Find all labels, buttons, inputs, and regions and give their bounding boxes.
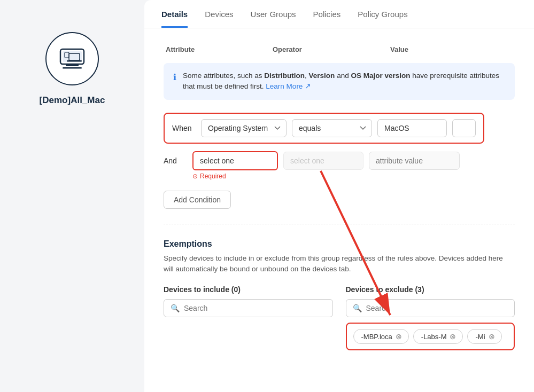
- info-box: ℹ Some attributes, such as Distribution,…: [164, 63, 515, 100]
- col-attribute: Attribute: [166, 45, 273, 53]
- devices-exclude-search-wrap: 🔍: [346, 299, 515, 317]
- learn-more-link[interactable]: Learn More ↗: [266, 82, 311, 90]
- tab-bar: Details Devices User Groups Policies Pol…: [144, 0, 534, 28]
- required-icon: ⊙: [192, 173, 198, 180]
- device-tag-1: -Labs-M ⊗: [413, 329, 463, 344]
- devices-include-search-wrap: 🔍: [164, 299, 333, 317]
- operator-select[interactable]: equals: [292, 119, 372, 137]
- devices-include-search[interactable]: [184, 304, 326, 312]
- when-label: When: [172, 124, 196, 132]
- and-label: And: [164, 156, 187, 165]
- sidebar-title: [Demo]All_Mac: [40, 95, 105, 106]
- tab-policies[interactable]: Policies: [313, 0, 341, 28]
- svg-rect-1: [66, 64, 79, 66]
- and-value-input[interactable]: [369, 152, 460, 170]
- exemptions-title: Exemptions: [164, 239, 515, 249]
- column-headers: Attribute Operator Value: [164, 45, 515, 53]
- device-tag-label-2: -Mi: [475, 333, 485, 341]
- and-operator-select[interactable]: select one: [283, 152, 363, 170]
- info-icon: ℹ: [173, 71, 176, 84]
- devices-row: Devices to include (0) 🔍 Devices to excl…: [164, 285, 515, 350]
- search-icon-exclude: 🔍: [353, 304, 362, 312]
- main-content: Details Devices User Groups Policies Pol…: [144, 0, 534, 392]
- devices-include-col: Devices to include (0) 🔍: [164, 285, 333, 350]
- svg-rect-5: [67, 60, 82, 62]
- devices-include-title: Devices to include (0): [164, 285, 333, 294]
- col-operator: Operator: [273, 45, 390, 53]
- device-tag-close-0[interactable]: ⊗: [396, 332, 402, 341]
- info-text: Some attributes, such as Distribution, V…: [183, 70, 505, 92]
- excluded-devices-tags: -MBP.loca ⊗ -Labs-M ⊗ -Mi ⊗: [346, 323, 515, 350]
- and-row: And select one select one ⊙ Required: [164, 151, 515, 180]
- sidebar-logo: [45, 32, 99, 85]
- devices-exclude-search[interactable]: [366, 304, 508, 312]
- devices-exclude-col: Devices to exclude (3) 🔍 -MBP.loca ⊗ -La…: [346, 285, 515, 350]
- devices-exclude-title: Devices to exclude (3): [346, 285, 515, 294]
- when-condition-row: When Operating System equals: [164, 113, 484, 144]
- device-tag-2: -Mi ⊗: [467, 329, 501, 344]
- add-condition-button[interactable]: Add Condition: [164, 191, 231, 209]
- device-tag-0: -MBP.loca ⊗: [353, 329, 409, 344]
- device-tag-close-1[interactable]: ⊗: [450, 332, 456, 341]
- value-input[interactable]: [377, 119, 447, 137]
- value-select-extra[interactable]: [452, 119, 476, 137]
- tab-user-groups[interactable]: User Groups: [251, 0, 296, 28]
- required-message: ⊙ Required: [192, 173, 515, 180]
- content-area: Attribute Operator Value ℹ Some attribut…: [144, 28, 534, 376]
- device-tag-close-2[interactable]: ⊗: [489, 332, 495, 341]
- attribute-select[interactable]: Operating System: [201, 119, 287, 137]
- and-attribute-select[interactable]: select one: [192, 151, 278, 170]
- tab-policy-groups[interactable]: Policy Groups: [358, 0, 407, 28]
- col-value: Value: [390, 45, 534, 53]
- sidebar: [Demo]All_Mac: [0, 0, 144, 392]
- and-row-inner: And select one select one: [164, 151, 515, 170]
- tab-details[interactable]: Details: [161, 0, 188, 28]
- section-divider: [164, 224, 515, 224]
- tab-devices[interactable]: Devices: [205, 0, 233, 28]
- exemptions-description: Specify devices to include in or exclude…: [164, 253, 515, 275]
- device-tag-label-0: -MBP.loca: [361, 333, 392, 341]
- required-text: Required: [200, 173, 226, 180]
- svg-rect-2: [63, 67, 82, 69]
- search-icon-include: 🔍: [171, 304, 180, 312]
- device-tag-label-1: -Labs-M: [421, 333, 447, 341]
